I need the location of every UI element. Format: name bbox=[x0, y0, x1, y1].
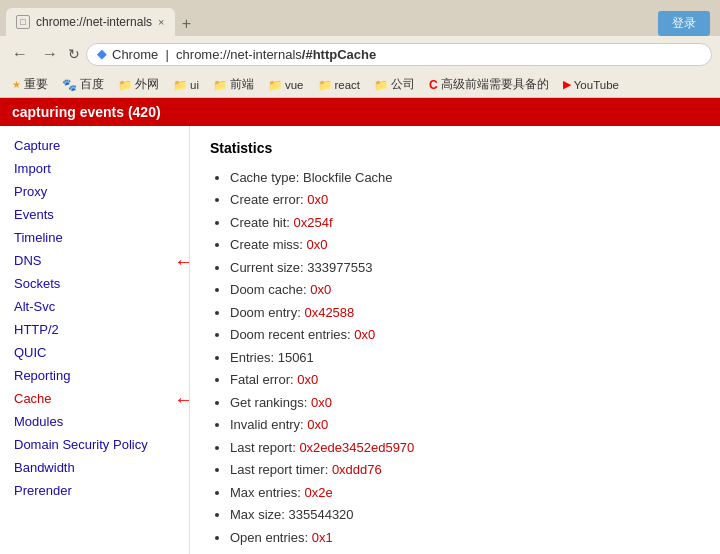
content-area: Statistics Cache type: Blockfile Cache C… bbox=[190, 126, 720, 554]
folder-icon-6: 📁 bbox=[374, 78, 388, 92]
list-item: Doom cache: 0x0 bbox=[230, 279, 700, 302]
sidebar-item-quic[interactable]: QUIC bbox=[0, 341, 189, 364]
bookmark-youtube[interactable]: ▶ YouTube bbox=[557, 76, 625, 93]
new-tab-button[interactable]: + bbox=[175, 12, 199, 36]
list-item: Entries: 15061 bbox=[230, 346, 700, 369]
bookmark-高级前端[interactable]: C 高级前端需要具备的 bbox=[423, 75, 555, 94]
page-content: capturing events (420) Capture Import Pr… bbox=[0, 98, 720, 554]
list-item: Doom entry: 0x42588 bbox=[230, 301, 700, 324]
forward-button[interactable]: → bbox=[38, 43, 62, 65]
sidebar-item-capture[interactable]: Capture bbox=[0, 134, 189, 157]
active-tab[interactable]: □ chrome://net-internals × bbox=[6, 8, 175, 36]
bookmark-前端[interactable]: 📁 前端 bbox=[207, 75, 260, 94]
list-item: Doom recent entries: 0x0 bbox=[230, 324, 700, 347]
sidebar-item-cache[interactable]: Cache ← bbox=[0, 387, 189, 410]
sidebar-item-timeline[interactable]: Timeline bbox=[0, 226, 189, 249]
bookmark-react[interactable]: 📁 react bbox=[312, 76, 367, 94]
sidebar-item-sockets[interactable]: Sockets bbox=[0, 272, 189, 295]
youtube-icon: ▶ bbox=[563, 78, 571, 91]
list-item: Last report timer: 0xddd76 bbox=[230, 459, 700, 482]
folder-icon-2: 📁 bbox=[173, 78, 187, 92]
statistics-list: Cache type: Blockfile Cache Create error… bbox=[210, 166, 700, 554]
sidebar-item-reporting[interactable]: Reporting bbox=[0, 364, 189, 387]
list-item: Create hit: 0x254f bbox=[230, 211, 700, 234]
tab-favicon: □ bbox=[16, 15, 30, 29]
folder-icon-5: 📁 bbox=[318, 78, 332, 92]
tab-close-button[interactable]: × bbox=[158, 16, 164, 28]
dns-arrow-icon: ← bbox=[174, 251, 190, 271]
event-bar-label: capturing events (420) bbox=[12, 104, 161, 120]
sidebar: Capture Import Proxy Events Timeline DNS… bbox=[0, 126, 190, 554]
star-icon: ★ bbox=[12, 79, 21, 90]
sidebar-item-bandwidth[interactable]: Bandwidth bbox=[0, 456, 189, 479]
sidebar-item-domain-security[interactable]: Domain Security Policy bbox=[0, 433, 189, 456]
signin-button[interactable]: 登录 bbox=[658, 11, 710, 36]
c-icon: C bbox=[429, 78, 438, 92]
sidebar-item-http2[interactable]: HTTP/2 bbox=[0, 318, 189, 341]
browser-window: □ chrome://net-internals × + 登录 ← → ↻ ◆ … bbox=[0, 0, 720, 554]
sidebar-item-altsvc[interactable]: Alt-Svc bbox=[0, 295, 189, 318]
event-bar: capturing events (420) bbox=[0, 98, 720, 126]
list-item: Cache type: Blockfile Cache bbox=[230, 166, 700, 189]
list-item: Fatal error: 0x0 bbox=[230, 369, 700, 392]
folder-icon-4: 📁 bbox=[268, 78, 282, 92]
reload-button[interactable]: ↻ bbox=[68, 46, 80, 62]
bookmark-公司[interactable]: 📁 公司 bbox=[368, 75, 421, 94]
bookmark-百度[interactable]: 🐾 百度 bbox=[56, 75, 110, 94]
bookmark-外网[interactable]: 📁 外网 bbox=[112, 75, 165, 94]
list-item: Max entries: 0x2e bbox=[230, 481, 700, 504]
cache-arrow-icon: ← bbox=[174, 389, 190, 409]
sidebar-item-proxy[interactable]: Proxy bbox=[0, 180, 189, 203]
sidebar-item-dns[interactable]: DNS ← bbox=[0, 249, 189, 272]
list-item: Get rankings: 0x0 bbox=[230, 391, 700, 414]
back-button[interactable]: ← bbox=[8, 43, 32, 65]
address-bar: ← → ↻ ◆ Chrome | chrome://net-internals/… bbox=[0, 36, 720, 72]
folder-icon: 📁 bbox=[118, 78, 132, 92]
chrome-logo-icon: ◆ bbox=[97, 47, 106, 61]
list-item: Current size: 333977553 bbox=[230, 256, 700, 279]
list-item: Max size: 335544320 bbox=[230, 504, 700, 527]
address-label: Chrome | chrome://net-internals/#httpCac… bbox=[112, 47, 376, 62]
folder-icon-3: 📁 bbox=[213, 78, 227, 92]
list-item: Create error: 0x0 bbox=[230, 189, 700, 212]
sidebar-item-prerender[interactable]: Prerender bbox=[0, 479, 189, 502]
sidebar-item-events[interactable]: Events bbox=[0, 203, 189, 226]
bookmark-vue[interactable]: 📁 vue bbox=[262, 76, 310, 94]
list-item: Create miss: 0x0 bbox=[230, 234, 700, 257]
sidebar-item-import[interactable]: Import bbox=[0, 157, 189, 180]
list-item: Last report: 0x2ede3452ed5970 bbox=[230, 436, 700, 459]
bookmark-重要[interactable]: ★ 重要 bbox=[6, 75, 54, 94]
tab-title: chrome://net-internals bbox=[36, 15, 152, 29]
tab-bar: □ chrome://net-internals × + 登录 bbox=[0, 0, 720, 36]
list-item: Invalid entry: 0x0 bbox=[230, 414, 700, 437]
sidebar-item-modules[interactable]: Modules bbox=[0, 410, 189, 433]
statistics-title: Statistics bbox=[210, 140, 700, 156]
list-item: Open hit: 0x3629 bbox=[230, 549, 700, 555]
bookmarks-bar: ★ 重要 🐾 百度 📁 外网 📁 ui 📁 前端 📁 vue 📁 react � bbox=[0, 72, 720, 98]
list-item: Open entries: 0x1 bbox=[230, 526, 700, 549]
url-input[interactable]: ◆ Chrome | chrome://net-internals/#httpC… bbox=[86, 43, 712, 66]
main-area: Capture Import Proxy Events Timeline DNS… bbox=[0, 126, 720, 554]
bookmark-ui[interactable]: 📁 ui bbox=[167, 76, 205, 94]
paw-icon: 🐾 bbox=[62, 78, 77, 92]
